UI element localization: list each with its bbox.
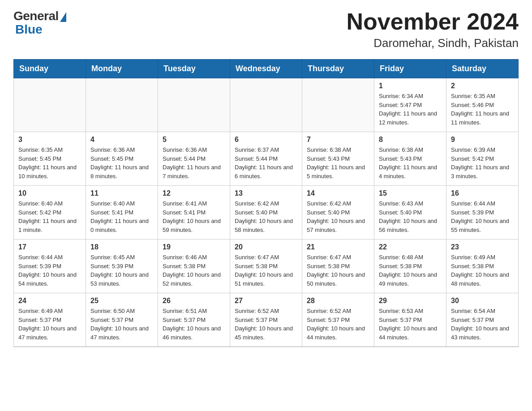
location-subtitle: Daromehar, Sindh, Pakistan (347, 36, 519, 50)
day-number: 29 (379, 297, 442, 305)
day-info: Sunrise: 6:50 AM Sunset: 5:37 PM Dayligh… (90, 307, 153, 342)
day-number: 23 (451, 243, 514, 251)
column-header-monday: Monday (86, 60, 158, 78)
week-row-1: 1Sunrise: 6:34 AM Sunset: 5:47 PM Daylig… (14, 78, 519, 132)
day-number: 20 (235, 243, 297, 251)
logo-general-text: General (13, 9, 59, 23)
day-number: 7 (307, 136, 369, 144)
day-info: Sunrise: 6:36 AM Sunset: 5:45 PM Dayligh… (90, 146, 153, 180)
day-number: 25 (90, 297, 153, 305)
day-info: Sunrise: 6:53 AM Sunset: 5:37 PM Dayligh… (379, 307, 442, 342)
calendar-cell: 10Sunrise: 6:40 AM Sunset: 5:42 PM Dayli… (14, 186, 86, 240)
day-info: Sunrise: 6:42 AM Sunset: 5:40 PM Dayligh… (307, 199, 369, 234)
day-number: 10 (18, 189, 81, 197)
day-number: 11 (90, 189, 153, 197)
day-info: Sunrise: 6:36 AM Sunset: 5:44 PM Dayligh… (163, 146, 225, 180)
day-info: Sunrise: 6:35 AM Sunset: 5:46 PM Dayligh… (451, 92, 514, 127)
day-number: 27 (235, 297, 297, 305)
calendar-cell: 7Sunrise: 6:38 AM Sunset: 5:43 PM Daylig… (302, 132, 374, 186)
calendar-cell: 28Sunrise: 6:52 AM Sunset: 5:37 PM Dayli… (302, 293, 374, 347)
week-row-2: 3Sunrise: 6:35 AM Sunset: 5:45 PM Daylig… (14, 132, 519, 186)
day-info: Sunrise: 6:38 AM Sunset: 5:43 PM Dayligh… (307, 146, 369, 180)
day-info: Sunrise: 6:48 AM Sunset: 5:38 PM Dayligh… (379, 253, 442, 288)
page-header: General Blue November 2024 Daromehar, Si… (13, 9, 519, 50)
day-info: Sunrise: 6:52 AM Sunset: 5:37 PM Dayligh… (235, 307, 297, 342)
day-info: Sunrise: 6:52 AM Sunset: 5:37 PM Dayligh… (307, 307, 369, 342)
calendar-cell: 19Sunrise: 6:46 AM Sunset: 5:38 PM Dayli… (158, 240, 230, 293)
column-header-saturday: Saturday (446, 60, 519, 78)
day-info: Sunrise: 6:45 AM Sunset: 5:39 PM Dayligh… (90, 253, 153, 288)
day-number: 24 (18, 297, 81, 305)
calendar-cell: 20Sunrise: 6:47 AM Sunset: 5:38 PM Dayli… (230, 240, 302, 293)
day-number: 3 (18, 136, 81, 144)
calendar-cell: 3Sunrise: 6:35 AM Sunset: 5:45 PM Daylig… (14, 132, 86, 186)
calendar-cell: 13Sunrise: 6:42 AM Sunset: 5:40 PM Dayli… (230, 186, 302, 240)
day-info: Sunrise: 6:44 AM Sunset: 5:39 PM Dayligh… (451, 199, 514, 234)
calendar-cell: 25Sunrise: 6:50 AM Sunset: 5:37 PM Dayli… (86, 293, 158, 347)
day-number: 26 (163, 297, 225, 305)
day-number: 21 (307, 243, 369, 251)
calendar-cell: 12Sunrise: 6:41 AM Sunset: 5:41 PM Dayli… (158, 186, 230, 240)
column-header-thursday: Thursday (302, 60, 374, 78)
calendar-cell: 16Sunrise: 6:44 AM Sunset: 5:39 PM Dayli… (446, 186, 519, 240)
day-number: 28 (307, 297, 369, 305)
day-number: 18 (90, 243, 153, 251)
calendar-table: SundayMondayTuesdayWednesdayThursdayFrid… (13, 59, 519, 347)
calendar-cell: 26Sunrise: 6:51 AM Sunset: 5:37 PM Dayli… (158, 293, 230, 347)
calendar-cell: 9Sunrise: 6:39 AM Sunset: 5:42 PM Daylig… (446, 132, 519, 186)
day-info: Sunrise: 6:39 AM Sunset: 5:42 PM Dayligh… (451, 146, 514, 180)
day-number: 22 (379, 243, 442, 251)
calendar-cell: 24Sunrise: 6:49 AM Sunset: 5:37 PM Dayli… (14, 293, 86, 347)
day-info: Sunrise: 6:47 AM Sunset: 5:38 PM Dayligh… (235, 253, 297, 288)
day-number: 4 (90, 136, 153, 144)
logo: General Blue (13, 9, 66, 37)
calendar-cell: 2Sunrise: 6:35 AM Sunset: 5:46 PM Daylig… (446, 78, 519, 132)
calendar-cell: 21Sunrise: 6:47 AM Sunset: 5:38 PM Dayli… (302, 240, 374, 293)
calendar-cell: 23Sunrise: 6:49 AM Sunset: 5:38 PM Dayli… (446, 240, 519, 293)
day-number: 1 (379, 82, 442, 90)
calendar-cell: 5Sunrise: 6:36 AM Sunset: 5:44 PM Daylig… (158, 132, 230, 186)
day-info: Sunrise: 6:49 AM Sunset: 5:38 PM Dayligh… (451, 253, 514, 288)
column-header-sunday: Sunday (14, 60, 86, 78)
day-info: Sunrise: 6:51 AM Sunset: 5:37 PM Dayligh… (163, 307, 225, 342)
month-title: November 2024 (347, 9, 519, 34)
day-number: 17 (18, 243, 81, 251)
day-number: 19 (163, 243, 225, 251)
column-header-wednesday: Wednesday (230, 60, 302, 78)
day-number: 16 (451, 189, 514, 197)
calendar-cell: 8Sunrise: 6:38 AM Sunset: 5:43 PM Daylig… (374, 132, 446, 186)
calendar-cell: 1Sunrise: 6:34 AM Sunset: 5:47 PM Daylig… (374, 78, 446, 132)
day-number: 12 (163, 189, 225, 197)
calendar-cell: 30Sunrise: 6:54 AM Sunset: 5:37 PM Dayli… (446, 293, 519, 347)
calendar-cell: 22Sunrise: 6:48 AM Sunset: 5:38 PM Dayli… (374, 240, 446, 293)
day-info: Sunrise: 6:47 AM Sunset: 5:38 PM Dayligh… (307, 253, 369, 288)
calendar-cell: 11Sunrise: 6:40 AM Sunset: 5:41 PM Dayli… (86, 186, 158, 240)
calendar-cell (230, 78, 302, 132)
day-number: 2 (451, 82, 514, 90)
day-info: Sunrise: 6:44 AM Sunset: 5:39 PM Dayligh… (18, 253, 81, 288)
calendar-cell: 27Sunrise: 6:52 AM Sunset: 5:37 PM Dayli… (230, 293, 302, 347)
day-info: Sunrise: 6:43 AM Sunset: 5:40 PM Dayligh… (379, 199, 442, 234)
day-info: Sunrise: 6:40 AM Sunset: 5:42 PM Dayligh… (18, 199, 81, 234)
calendar-header-row: SundayMondayTuesdayWednesdayThursdayFrid… (14, 60, 519, 78)
day-number: 30 (451, 297, 514, 305)
day-info: Sunrise: 6:49 AM Sunset: 5:37 PM Dayligh… (18, 307, 81, 342)
calendar-cell (302, 78, 374, 132)
calendar-cell (158, 78, 230, 132)
calendar-cell (14, 78, 86, 132)
day-info: Sunrise: 6:38 AM Sunset: 5:43 PM Dayligh… (379, 146, 442, 180)
logo-blue-text: Blue (15, 22, 43, 37)
day-info: Sunrise: 6:46 AM Sunset: 5:38 PM Dayligh… (163, 253, 225, 288)
day-info: Sunrise: 6:41 AM Sunset: 5:41 PM Dayligh… (163, 199, 225, 234)
day-info: Sunrise: 6:35 AM Sunset: 5:45 PM Dayligh… (18, 146, 81, 180)
calendar-cell: 29Sunrise: 6:53 AM Sunset: 5:37 PM Dayli… (374, 293, 446, 347)
calendar-cell: 4Sunrise: 6:36 AM Sunset: 5:45 PM Daylig… (86, 132, 158, 186)
day-number: 6 (235, 136, 297, 144)
day-info: Sunrise: 6:42 AM Sunset: 5:40 PM Dayligh… (235, 199, 297, 234)
title-section: November 2024 Daromehar, Sindh, Pakistan (347, 9, 519, 50)
day-number: 15 (379, 189, 442, 197)
calendar-cell: 6Sunrise: 6:37 AM Sunset: 5:44 PM Daylig… (230, 132, 302, 186)
day-number: 5 (163, 136, 225, 144)
calendar-cell: 14Sunrise: 6:42 AM Sunset: 5:40 PM Dayli… (302, 186, 374, 240)
column-header-friday: Friday (374, 60, 446, 78)
